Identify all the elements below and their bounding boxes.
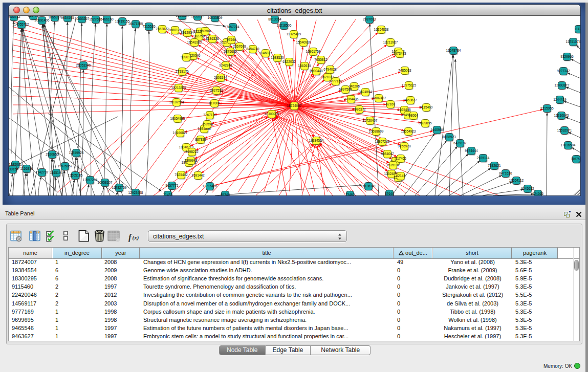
svg-text:1145194: 1145194 xyxy=(50,171,63,174)
svg-text:15720407: 15720407 xyxy=(363,119,378,122)
svg-text:8813054: 8813054 xyxy=(268,17,281,21)
svg-text:960584: 960584 xyxy=(200,29,211,33)
svg-text:19166827: 19166827 xyxy=(173,131,188,135)
svg-text:19654985: 19654985 xyxy=(170,117,185,120)
svg-text:2087682: 2087682 xyxy=(363,17,376,21)
svg-text:817006: 817006 xyxy=(209,101,220,105)
svg-text:6322032: 6322032 xyxy=(282,60,296,63)
svg-text:9245652: 9245652 xyxy=(521,187,534,190)
svg-text:1053257: 1053257 xyxy=(191,16,204,18)
svg-text:12923448: 12923448 xyxy=(128,191,143,194)
svg-text:8912954: 8912954 xyxy=(181,31,194,34)
svg-text:9227342: 9227342 xyxy=(557,69,570,73)
svg-text:12975115: 12975115 xyxy=(402,83,417,87)
svg-text:16782759: 16782759 xyxy=(112,186,127,189)
svg-text:1973493: 1973493 xyxy=(393,52,406,55)
svg-text:92145: 92145 xyxy=(396,174,405,178)
svg-text:1244419: 1244419 xyxy=(553,98,567,101)
svg-text:9657771: 9657771 xyxy=(165,184,179,187)
svg-text:16210643: 16210643 xyxy=(554,114,569,117)
svg-text:11124: 11124 xyxy=(574,27,580,31)
svg-text:16033809: 16033809 xyxy=(208,16,223,19)
svg-text:8471626: 8471626 xyxy=(499,171,512,175)
svg-text:18724007: 18724007 xyxy=(287,104,302,107)
svg-text:10958107: 10958107 xyxy=(98,181,113,184)
svg-text:95346: 95346 xyxy=(221,193,230,195)
svg-text:7632621: 7632621 xyxy=(488,164,501,167)
svg-text:1863324: 1863324 xyxy=(176,16,189,17)
svg-text:989012: 989012 xyxy=(181,55,192,59)
svg-text:19975857: 19975857 xyxy=(58,164,73,168)
svg-text:15692971: 15692971 xyxy=(557,128,572,132)
svg-text:7857224: 7857224 xyxy=(226,25,239,29)
svg-text:2055712: 2055712 xyxy=(9,16,20,18)
svg-text:3875685: 3875685 xyxy=(224,50,237,53)
svg-text:7515526: 7515526 xyxy=(142,25,156,28)
svg-text:10719155: 10719155 xyxy=(115,19,130,23)
svg-text:14055712: 14055712 xyxy=(14,23,29,26)
svg-text:(x): (x) xyxy=(133,234,139,241)
svg-text:1809948: 1809948 xyxy=(184,159,198,162)
svg-text:3427552: 3427552 xyxy=(210,89,223,92)
svg-text:1640954: 1640954 xyxy=(430,128,444,132)
svg-text:3267130: 3267130 xyxy=(203,113,216,117)
svg-text:9146821: 9146821 xyxy=(259,51,272,55)
svg-text:939154: 939154 xyxy=(9,167,18,171)
svg-text:12213389: 12213389 xyxy=(171,86,186,90)
svg-text:20364436: 20364436 xyxy=(344,97,359,101)
svg-text:13716485: 13716485 xyxy=(203,184,217,188)
svg-text:18807249: 18807249 xyxy=(375,140,390,143)
svg-text:17957255: 17957255 xyxy=(83,178,98,182)
svg-text:18107554: 18107554 xyxy=(169,100,184,104)
svg-text:2020656: 2020656 xyxy=(46,152,59,156)
svg-text:8186328: 8186328 xyxy=(206,37,219,40)
svg-text:10653257: 10653257 xyxy=(75,17,90,20)
svg-text:1342737: 1342737 xyxy=(35,170,49,174)
svg-text:753594: 753594 xyxy=(202,122,213,126)
svg-text:6466160: 6466160 xyxy=(100,17,114,21)
svg-text:1865397: 1865397 xyxy=(48,16,61,19)
svg-text:9115460: 9115460 xyxy=(420,105,433,109)
svg-text:6794028: 6794028 xyxy=(323,68,337,71)
svg-text:15640910: 15640910 xyxy=(296,40,311,44)
svg-text:97546: 97546 xyxy=(227,38,236,41)
svg-text:19218506: 19218506 xyxy=(277,24,292,27)
svg-text:16671355: 16671355 xyxy=(128,22,143,26)
svg-text:9329966: 9329966 xyxy=(560,55,574,58)
svg-text:19384554: 19384554 xyxy=(309,139,324,142)
svg-text:16543382: 16543382 xyxy=(187,40,202,44)
svg-text:62160: 62160 xyxy=(386,102,395,106)
svg-text:12093872: 12093872 xyxy=(555,83,570,87)
svg-text:9777169: 9777169 xyxy=(329,79,342,83)
svg-text:7625402: 7625402 xyxy=(175,173,188,177)
svg-text:26053346: 26053346 xyxy=(76,63,91,67)
svg-text:887833: 887833 xyxy=(195,138,206,141)
svg-text:1156819: 1156819 xyxy=(20,167,33,170)
svg-text:6479197: 6479197 xyxy=(453,141,467,145)
svg-text:17359928: 17359928 xyxy=(69,151,84,155)
svg-text:10654112: 10654112 xyxy=(509,179,524,182)
svg-text:16648784: 16648784 xyxy=(446,49,461,52)
svg-text:7485063: 7485063 xyxy=(398,69,411,72)
svg-text:21433: 21433 xyxy=(163,193,172,195)
svg-text:116753: 116753 xyxy=(571,157,580,161)
svg-text:7986372: 7986372 xyxy=(353,107,366,111)
svg-text:1588520: 1588520 xyxy=(271,56,284,59)
svg-text:2718176: 2718176 xyxy=(176,70,189,73)
svg-text:1691442: 1691442 xyxy=(191,173,205,177)
svg-text:8215955: 8215955 xyxy=(540,106,554,110)
svg-text:2367608: 2367608 xyxy=(233,45,246,48)
svg-text:9699695: 9699695 xyxy=(419,121,432,125)
svg-text:2803144: 2803144 xyxy=(214,76,227,79)
svg-text:9084067: 9084067 xyxy=(381,152,394,156)
svg-text:8454749: 8454749 xyxy=(246,47,259,51)
svg-text:7663822: 7663822 xyxy=(156,27,169,31)
svg-text:924565: 924565 xyxy=(532,192,543,195)
svg-text:9756928: 9756928 xyxy=(398,144,411,148)
svg-text:2935114: 2935114 xyxy=(477,156,490,160)
svg-text:9474444: 9474444 xyxy=(465,149,478,152)
svg-text:98064: 98064 xyxy=(409,114,418,117)
svg-text:1615132: 1615132 xyxy=(386,163,400,167)
svg-text:73462: 73462 xyxy=(345,193,355,195)
svg-text:19654923: 19654923 xyxy=(401,129,416,133)
